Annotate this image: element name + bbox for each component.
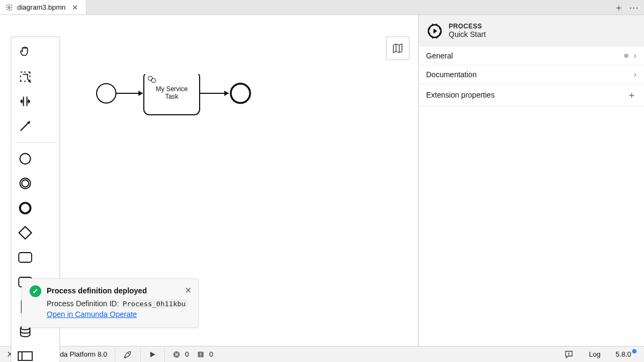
- create-intermediate-event[interactable]: [14, 173, 36, 194]
- feedback-icon: [564, 350, 574, 359]
- element-name: Quick Start: [449, 30, 486, 39]
- create-participant[interactable]: [14, 345, 36, 362]
- log-toggle[interactable]: Log: [581, 346, 608, 362]
- tab-bar: diagram3.bpmn ✕ ＋ ⋯: [0, 0, 644, 15]
- svg-rect-7: [19, 253, 32, 262]
- svg-rect-13: [18, 352, 32, 360]
- tab-menu-button[interactable]: ⋯: [629, 2, 639, 13]
- lasso-tool[interactable]: [14, 66, 36, 87]
- canvas[interactable]: ••• My Service Task ✓ ✕: [0, 15, 419, 346]
- chevron-right-icon: ›: [634, 51, 636, 61]
- svg-point-0: [8, 6, 10, 9]
- svg-rect-34: [200, 356, 201, 356]
- create-task[interactable]: [14, 247, 36, 268]
- svg-rect-35: [569, 352, 570, 354]
- svg-rect-33: [200, 352, 201, 355]
- gear-icon: [5, 4, 13, 11]
- properties-panel: PROCESS Quick Start General › Documentat…: [419, 15, 644, 346]
- svg-text:Task: Task: [165, 93, 179, 100]
- version-label[interactable]: 5.8.0: [608, 346, 644, 362]
- rocket-icon: [123, 350, 133, 359]
- space-tool[interactable]: [14, 91, 36, 112]
- toast-close-button[interactable]: ✕: [185, 285, 192, 295]
- section-extension-properties[interactable]: Extension properties ＋: [419, 84, 644, 106]
- process-icon: [427, 24, 442, 39]
- start-instance-button[interactable]: [141, 346, 165, 362]
- svg-marker-18: [138, 91, 143, 96]
- toast-body: Process Definition ID: Process_0h11kbu: [47, 299, 189, 308]
- tab-title: diagram3.bpmn: [17, 3, 65, 11]
- section-documentation[interactable]: Documentation ›: [419, 65, 644, 84]
- deploy-button[interactable]: [115, 346, 141, 362]
- minimap-toggle[interactable]: [386, 36, 409, 60]
- svg-marker-28: [434, 28, 437, 33]
- main-area: ••• My Service Task ✓ ✕: [0, 15, 644, 346]
- svg-marker-30: [150, 351, 155, 357]
- svg-point-16: [97, 84, 116, 103]
- section-general[interactable]: General ›: [419, 47, 644, 65]
- add-icon[interactable]: ＋: [627, 88, 636, 101]
- create-gateway[interactable]: [14, 222, 36, 243]
- svg-point-26: [231, 84, 250, 103]
- properties-header: PROCESS Quick Start: [419, 15, 644, 47]
- success-icon: ✓: [30, 285, 41, 297]
- tab-close-button[interactable]: ✕: [70, 3, 80, 12]
- deploy-success-toast: ✓ ✕ Process definition deployed Process …: [21, 278, 199, 328]
- feedback-button[interactable]: [557, 346, 581, 362]
- toast-title: Process definition deployed: [47, 286, 189, 295]
- new-tab-button[interactable]: ＋: [614, 1, 624, 14]
- svg-rect-36: [569, 354, 570, 356]
- svg-point-2: [20, 153, 31, 164]
- svg-point-29: [128, 353, 129, 354]
- tab-diagram[interactable]: diagram3.bpmn ✕: [0, 0, 86, 14]
- svg-rect-6: [19, 226, 31, 239]
- warning-icon: [196, 350, 205, 359]
- svg-point-4: [22, 180, 29, 187]
- indicator-dot: [624, 54, 628, 58]
- bpmn-diagram[interactable]: My Service Task: [91, 74, 263, 122]
- global-connect-tool[interactable]: [14, 115, 36, 137]
- create-end-event[interactable]: [14, 197, 36, 219]
- problems-view[interactable]: 0 0: [165, 346, 221, 362]
- hand-tool[interactable]: [14, 41, 36, 63]
- svg-text:My Service: My Service: [156, 85, 188, 93]
- error-icon: [172, 350, 181, 359]
- update-indicator: [632, 349, 636, 353]
- status-bar: XML Camunda Platform 8.0 0 0 Log 5.8.0: [0, 346, 644, 362]
- create-start-event[interactable]: [14, 148, 36, 169]
- play-icon: [148, 350, 157, 359]
- svg-marker-25: [224, 91, 229, 96]
- chevron-right-icon: ›: [634, 70, 636, 79]
- open-operate-link[interactable]: Open in Camunda Operate: [47, 310, 137, 319]
- svg-point-5: [20, 203, 31, 213]
- element-kind: PROCESS: [449, 23, 486, 30]
